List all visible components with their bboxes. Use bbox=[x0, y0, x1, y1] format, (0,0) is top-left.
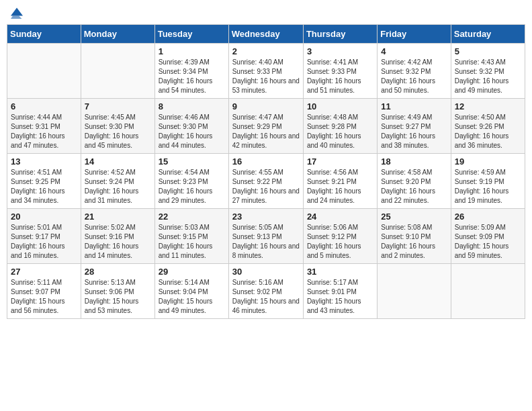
logo bbox=[9, 7, 23, 19]
logo-icon bbox=[11, 7, 23, 19]
day-info: Sunrise: 5:14 AM Sunset: 9:04 PM Dayligh… bbox=[159, 278, 225, 316]
day-info: Sunrise: 4:40 AM Sunset: 9:33 PM Dayligh… bbox=[232, 58, 300, 95]
day-number: 11 bbox=[381, 101, 447, 111]
day-info: Sunrise: 4:52 AM Sunset: 9:24 PM Dayligh… bbox=[85, 168, 151, 205]
day-number: 17 bbox=[307, 156, 373, 167]
day-info: Sunrise: 5:05 AM Sunset: 9:13 PM Dayligh… bbox=[232, 223, 300, 261]
calendar-day-cell: 28Sunrise: 5:13 AM Sunset: 9:06 PM Dayli… bbox=[81, 264, 154, 319]
day-number: 18 bbox=[381, 156, 447, 167]
day-info: Sunrise: 4:46 AM Sunset: 9:30 PM Dayligh… bbox=[159, 113, 225, 150]
calendar-day-cell: 15Sunrise: 4:54 AM Sunset: 9:23 PM Dayli… bbox=[154, 154, 228, 209]
day-info: Sunrise: 4:43 AM Sunset: 9:32 PM Dayligh… bbox=[455, 58, 521, 95]
day-number: 25 bbox=[381, 212, 447, 222]
day-info: Sunrise: 5:08 AM Sunset: 9:10 PM Dayligh… bbox=[381, 223, 447, 261]
day-info: Sunrise: 4:41 AM Sunset: 9:33 PM Dayligh… bbox=[307, 58, 373, 95]
day-number: 31 bbox=[307, 267, 373, 277]
day-number: 21 bbox=[85, 212, 151, 222]
calendar-day-cell bbox=[451, 264, 525, 319]
calendar-day-cell: 1Sunrise: 4:39 AM Sunset: 9:34 PM Daylig… bbox=[154, 44, 228, 99]
calendar-day-cell: 30Sunrise: 5:16 AM Sunset: 9:02 PM Dayli… bbox=[228, 264, 303, 319]
day-info: Sunrise: 4:50 AM Sunset: 9:26 PM Dayligh… bbox=[455, 113, 521, 150]
day-number: 16 bbox=[232, 156, 300, 167]
day-info: Sunrise: 4:45 AM Sunset: 9:30 PM Dayligh… bbox=[85, 113, 151, 150]
day-info: Sunrise: 4:47 AM Sunset: 9:29 PM Dayligh… bbox=[232, 113, 300, 150]
calendar-day-cell: 21Sunrise: 5:02 AM Sunset: 9:16 PM Dayli… bbox=[81, 209, 154, 264]
day-info: Sunrise: 4:44 AM Sunset: 9:31 PM Dayligh… bbox=[11, 113, 77, 150]
svg-marker-0 bbox=[11, 8, 23, 16]
day-number: 6 bbox=[11, 101, 77, 111]
calendar-table: SundayMondayTuesdayWednesdayThursdayFrid… bbox=[7, 24, 525, 319]
calendar-day-cell: 13Sunrise: 4:51 AM Sunset: 9:25 PM Dayli… bbox=[7, 154, 81, 209]
svg-marker-1 bbox=[11, 16, 22, 19]
day-number: 26 bbox=[455, 212, 521, 222]
day-info: Sunrise: 4:49 AM Sunset: 9:27 PM Dayligh… bbox=[381, 113, 447, 150]
day-info: Sunrise: 4:55 AM Sunset: 9:22 PM Dayligh… bbox=[232, 168, 300, 205]
calendar-week-row: 13Sunrise: 4:51 AM Sunset: 9:25 PM Dayli… bbox=[7, 154, 525, 209]
calendar-day-cell: 10Sunrise: 4:48 AM Sunset: 9:28 PM Dayli… bbox=[303, 99, 377, 154]
calendar-day-cell: 17Sunrise: 4:56 AM Sunset: 9:21 PM Dayli… bbox=[303, 154, 377, 209]
day-info: Sunrise: 4:39 AM Sunset: 9:34 PM Dayligh… bbox=[159, 58, 225, 95]
calendar-week-row: 20Sunrise: 5:01 AM Sunset: 9:17 PM Dayli… bbox=[7, 209, 525, 264]
calendar-week-row: 6Sunrise: 4:44 AM Sunset: 9:31 PM Daylig… bbox=[7, 99, 525, 154]
day-number: 2 bbox=[232, 46, 300, 56]
day-number: 9 bbox=[232, 101, 300, 111]
day-number: 19 bbox=[455, 156, 521, 167]
calendar-day-cell: 9Sunrise: 4:47 AM Sunset: 9:29 PM Daylig… bbox=[228, 99, 303, 154]
day-info: Sunrise: 4:59 AM Sunset: 9:19 PM Dayligh… bbox=[455, 168, 521, 205]
day-number: 7 bbox=[85, 101, 151, 111]
day-info: Sunrise: 5:09 AM Sunset: 9:09 PM Dayligh… bbox=[455, 223, 521, 261]
day-info: Sunrise: 5:17 AM Sunset: 9:01 PM Dayligh… bbox=[307, 278, 373, 316]
calendar-week-row: 27Sunrise: 5:11 AM Sunset: 9:07 PM Dayli… bbox=[7, 264, 525, 319]
day-number: 4 bbox=[381, 46, 447, 56]
day-info: Sunrise: 4:54 AM Sunset: 9:23 PM Dayligh… bbox=[159, 168, 225, 205]
calendar-day-cell: 8Sunrise: 4:46 AM Sunset: 9:30 PM Daylig… bbox=[154, 99, 228, 154]
page-header bbox=[7, 7, 525, 19]
day-number: 24 bbox=[307, 212, 373, 222]
calendar-day-cell: 12Sunrise: 4:50 AM Sunset: 9:26 PM Dayli… bbox=[451, 99, 525, 154]
calendar-day-cell: 3Sunrise: 4:41 AM Sunset: 9:33 PM Daylig… bbox=[303, 44, 377, 99]
day-number: 15 bbox=[159, 156, 225, 167]
calendar-day-cell: 22Sunrise: 5:03 AM Sunset: 9:15 PM Dayli… bbox=[154, 209, 228, 264]
weekday-header-thursday: Thursday bbox=[303, 25, 377, 44]
day-info: Sunrise: 5:02 AM Sunset: 9:16 PM Dayligh… bbox=[85, 223, 151, 261]
calendar-day-cell: 16Sunrise: 4:55 AM Sunset: 9:22 PM Dayli… bbox=[228, 154, 303, 209]
day-info: Sunrise: 4:56 AM Sunset: 9:21 PM Dayligh… bbox=[307, 168, 373, 205]
day-info: Sunrise: 4:58 AM Sunset: 9:20 PM Dayligh… bbox=[381, 168, 447, 205]
day-number: 3 bbox=[307, 46, 373, 56]
day-number: 29 bbox=[159, 267, 225, 277]
calendar-day-cell: 5Sunrise: 4:43 AM Sunset: 9:32 PM Daylig… bbox=[451, 44, 525, 99]
day-info: Sunrise: 4:42 AM Sunset: 9:32 PM Dayligh… bbox=[381, 58, 447, 95]
weekday-header-wednesday: Wednesday bbox=[228, 25, 303, 44]
day-info: Sunrise: 5:01 AM Sunset: 9:17 PM Dayligh… bbox=[11, 223, 77, 261]
weekday-header-monday: Monday bbox=[81, 25, 154, 44]
weekday-header-saturday: Saturday bbox=[451, 25, 525, 44]
calendar-day-cell: 19Sunrise: 4:59 AM Sunset: 9:19 PM Dayli… bbox=[451, 154, 525, 209]
weekday-header-sunday: Sunday bbox=[7, 25, 81, 44]
day-number: 30 bbox=[232, 267, 300, 277]
day-number: 13 bbox=[11, 156, 77, 167]
day-number: 20 bbox=[11, 212, 77, 222]
day-number: 22 bbox=[159, 212, 225, 222]
day-number: 1 bbox=[159, 46, 225, 56]
day-info: Sunrise: 5:06 AM Sunset: 9:12 PM Dayligh… bbox=[307, 223, 373, 261]
calendar-day-cell bbox=[7, 44, 81, 99]
day-number: 23 bbox=[232, 212, 300, 222]
day-number: 12 bbox=[455, 101, 521, 111]
day-number: 10 bbox=[307, 101, 373, 111]
calendar-day-cell bbox=[378, 264, 451, 319]
day-info: Sunrise: 4:48 AM Sunset: 9:28 PM Dayligh… bbox=[307, 113, 373, 150]
calendar-day-cell: 4Sunrise: 4:42 AM Sunset: 9:32 PM Daylig… bbox=[378, 44, 451, 99]
calendar-day-cell: 18Sunrise: 4:58 AM Sunset: 9:20 PM Dayli… bbox=[378, 154, 451, 209]
calendar-day-cell: 6Sunrise: 4:44 AM Sunset: 9:31 PM Daylig… bbox=[7, 99, 81, 154]
day-info: Sunrise: 4:51 AM Sunset: 9:25 PM Dayligh… bbox=[11, 168, 77, 205]
calendar-day-cell: 31Sunrise: 5:17 AM Sunset: 9:01 PM Dayli… bbox=[303, 264, 377, 319]
day-info: Sunrise: 5:03 AM Sunset: 9:15 PM Dayligh… bbox=[159, 223, 225, 261]
calendar-day-cell: 23Sunrise: 5:05 AM Sunset: 9:13 PM Dayli… bbox=[228, 209, 303, 264]
calendar-day-cell: 20Sunrise: 5:01 AM Sunset: 9:17 PM Dayli… bbox=[7, 209, 81, 264]
day-number: 5 bbox=[455, 46, 521, 56]
calendar-day-cell: 11Sunrise: 4:49 AM Sunset: 9:27 PM Dayli… bbox=[378, 99, 451, 154]
day-info: Sunrise: 5:13 AM Sunset: 9:06 PM Dayligh… bbox=[85, 278, 151, 316]
day-number: 8 bbox=[159, 101, 225, 111]
calendar-week-row: 1Sunrise: 4:39 AM Sunset: 9:34 PM Daylig… bbox=[7, 44, 525, 99]
calendar-day-cell: 7Sunrise: 4:45 AM Sunset: 9:30 PM Daylig… bbox=[81, 99, 154, 154]
